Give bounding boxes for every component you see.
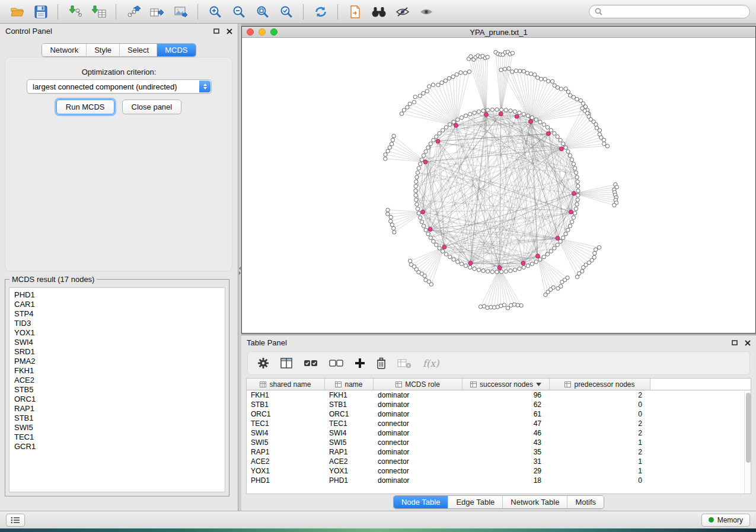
refresh-button[interactable] — [310, 2, 331, 21]
table-row[interactable]: PHD1PHD1dominator180 — [247, 476, 751, 485]
tab-select[interactable]: Select — [119, 44, 157, 56]
table-scrollbar-thumb[interactable] — [746, 393, 751, 463]
zoom-in-button[interactable] — [204, 2, 226, 21]
open-file-button[interactable] — [6, 2, 28, 21]
control-panel-titlebar: Control Panel — [0, 24, 238, 39]
table-row[interactable]: ORC1ORC1dominator610 — [247, 409, 751, 419]
zoom-out-button[interactable] — [228, 2, 250, 21]
mcds-result-item[interactable]: FKH1 — [14, 366, 220, 376]
mcds-result-item[interactable]: ACE2 — [14, 376, 220, 385]
mcds-result-item[interactable]: STB1 — [14, 414, 220, 423]
table-row[interactable]: ACE2ACE2connector311 — [247, 457, 751, 466]
search-box[interactable] — [589, 5, 750, 18]
mcds-result-item[interactable]: SWI5 — [14, 423, 220, 432]
table-scrollbar[interactable] — [744, 391, 751, 493]
status-menu-button[interactable] — [6, 514, 25, 527]
zoom-fit-button[interactable] — [251, 2, 273, 21]
list-menu-icon — [11, 517, 20, 524]
table-cell: 96 — [462, 391, 550, 399]
tab-network-table[interactable]: Network Table — [502, 496, 567, 508]
select-all-button[interactable] — [304, 358, 318, 368]
open-in-browser-button[interactable] — [344, 2, 366, 21]
table-cell: dominator — [374, 391, 462, 399]
tab-node-table[interactable]: Node Table — [394, 496, 448, 508]
mcds-result-item[interactable]: STP4 — [14, 309, 220, 319]
memory-button[interactable]: Memory — [701, 514, 750, 527]
mcds-result-item[interactable]: CAR1 — [14, 300, 220, 309]
search-input[interactable] — [606, 8, 744, 16]
clear-table-button[interactable] — [397, 358, 412, 368]
binoculars-icon — [371, 6, 387, 18]
tab-motifs[interactable]: Motifs — [567, 496, 604, 508]
zoom-selected-button[interactable] — [275, 2, 297, 21]
mcds-result-item[interactable]: TID3 — [14, 319, 220, 328]
column-header-mcds-role[interactable]: MCDS role — [374, 379, 462, 390]
mcds-result-item[interactable]: ORC1 — [14, 395, 220, 404]
table-row[interactable]: RAP1RAP1dominator352 — [247, 447, 751, 457]
column-header-predecessor-nodes[interactable]: predecessor nodes — [550, 379, 650, 390]
toolbar-separator — [303, 4, 304, 20]
mcds-result-item[interactable]: STB5 — [14, 385, 220, 395]
column-header-successor-nodes[interactable]: successor nodes — [462, 379, 550, 390]
network-window: YPA_prune.txt_1 — [241, 26, 756, 334]
window-minimize-icon[interactable] — [259, 28, 266, 36]
window-maximize-icon[interactable] — [270, 28, 277, 36]
desktop-background — [0, 528, 756, 532]
mcds-result-item[interactable]: YOX1 — [14, 328, 220, 338]
table-cell: FKH1 — [247, 391, 325, 399]
mcds-result-list[interactable]: PHD1CAR1STP4TID3YOX1SWI4SRD1PMA2FKH1ACE2… — [9, 287, 225, 492]
import-table-button[interactable] — [88, 2, 110, 21]
table-cell: connector — [374, 467, 462, 475]
column-header-name[interactable]: name — [325, 379, 374, 390]
tab-style[interactable]: Style — [86, 44, 119, 56]
table-row[interactable]: FKH1FKH1dominator962 — [247, 390, 751, 400]
run-mcds-button[interactable]: Run MCDS — [56, 100, 114, 114]
table-row[interactable]: SWI5SWI5connector431 — [247, 438, 751, 447]
table-cell: YOX1 — [325, 467, 374, 475]
close-table-panel-icon[interactable] — [745, 340, 751, 346]
window-close-icon[interactable] — [247, 28, 254, 36]
table-settings-button[interactable] — [257, 357, 269, 369]
column-header-shared-name[interactable]: shared name — [247, 379, 325, 390]
close-mcds-panel-button[interactable]: Close panel — [122, 100, 182, 114]
mcds-result-item[interactable]: PHD1 — [14, 290, 220, 300]
mcds-result-item[interactable]: SWI4 — [14, 338, 220, 347]
float-panel-icon[interactable] — [213, 28, 219, 34]
import-network-button[interactable] — [64, 2, 86, 21]
mcds-result-item[interactable]: PMA2 — [14, 357, 220, 366]
mcds-result-item[interactable]: TEC1 — [14, 432, 220, 442]
table-row[interactable]: STB1STB1dominator620 — [247, 400, 751, 409]
trash-icon — [377, 357, 386, 369]
table-cell: 61 — [462, 410, 550, 418]
table-cell: SWI4 — [325, 429, 374, 437]
document-share-icon — [349, 5, 361, 18]
table-row[interactable]: TEC1TEC1connector472 — [247, 419, 751, 428]
tab-mcds[interactable]: MCDS — [157, 44, 195, 56]
export-network-button[interactable] — [122, 2, 144, 21]
hide-graphics-button[interactable] — [391, 2, 413, 21]
mcds-result-item[interactable]: GCR1 — [14, 442, 220, 451]
table-cell: connector — [374, 438, 462, 447]
delete-column-button[interactable] — [377, 357, 386, 369]
tab-edge-table[interactable]: Edge Table — [448, 496, 502, 508]
clear-table-icon — [397, 358, 412, 368]
float-table-panel-icon[interactable] — [732, 340, 738, 345]
table-row[interactable]: YOX1YOX1connector291 — [247, 466, 751, 476]
export-image-button[interactable] — [170, 2, 192, 21]
save-button[interactable] — [30, 2, 52, 21]
search-network-button[interactable] — [368, 2, 390, 21]
network-canvas[interactable] — [242, 38, 755, 333]
add-column-button[interactable] — [355, 358, 365, 368]
table-row[interactable]: SWI4SWI4dominator462 — [247, 428, 751, 438]
table-cell: YOX1 — [247, 467, 325, 475]
show-columns-button[interactable] — [280, 358, 292, 368]
mcds-result-item[interactable]: SRD1 — [14, 347, 220, 357]
close-panel-icon[interactable] — [227, 28, 232, 34]
mcds-result-item[interactable]: RAP1 — [14, 404, 220, 414]
export-table-button[interactable] — [146, 2, 168, 21]
deselect-all-button[interactable] — [329, 358, 343, 368]
show-graphics-button[interactable] — [415, 2, 437, 21]
optimization-dropdown[interactable]: largest connected component (undirected) — [27, 79, 212, 94]
tab-network[interactable]: Network — [42, 44, 86, 56]
function-builder-button[interactable]: f(x) — [423, 358, 439, 369]
